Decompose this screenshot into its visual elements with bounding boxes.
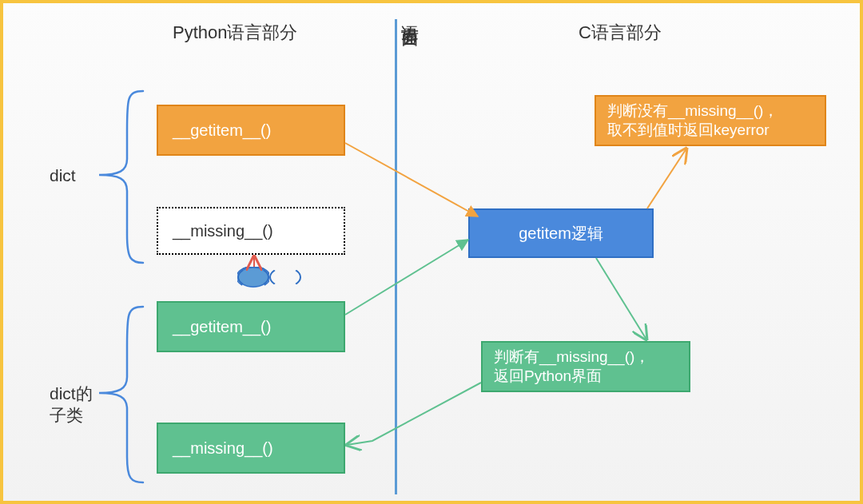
dict-label: dict xyxy=(50,165,76,186)
getitem-logic-box: getitem逻辑 xyxy=(468,208,654,258)
missing-dict-dotted-box: __missing__() xyxy=(157,207,345,255)
language-boundary-line xyxy=(395,19,397,494)
has-missing-result-line2: 返回Python界面 xyxy=(494,367,650,386)
arrow-logic-to-orange-result xyxy=(647,149,686,208)
no-missing-result-line1: 判断没有__missing__()， xyxy=(607,101,778,121)
has-missing-result-box: 判断有__missing__()， 返回Python界面 xyxy=(481,341,690,392)
svg-point-0 xyxy=(238,268,268,287)
no-missing-result-line2: 取不到值时返回keyerror xyxy=(607,121,778,140)
arrow-green-result-to-missing xyxy=(347,383,481,445)
arrows-overlay xyxy=(3,3,863,504)
arrow-green-to-logic xyxy=(345,240,468,315)
language-boundary-label: 语言界面 xyxy=(398,11,422,18)
dict-subclass-label: dict的 子类 xyxy=(50,383,93,427)
python-side-heading: Python语言部分 xyxy=(173,21,298,45)
missing-subclass-box: __missing__() xyxy=(157,423,345,474)
has-missing-result-line1: 判断有__missing__()， xyxy=(494,347,650,367)
getitem-dict-box: __getitem__() xyxy=(157,105,345,156)
arrow-orange-to-logic xyxy=(345,143,478,216)
braces-overlay xyxy=(3,3,863,504)
dict-subclass-label-line1: dict的 xyxy=(50,383,93,404)
c-side-heading: C语言部分 xyxy=(579,21,662,45)
not-found-marker xyxy=(237,267,269,288)
arrow-logic-to-green-result xyxy=(596,258,646,339)
getitem-subclass-box: __getitem__() xyxy=(157,301,345,352)
no-missing-result-box: 判断没有__missing__()， 取不到值时返回keyerror xyxy=(595,95,826,146)
dict-subclass-label-line2: 子类 xyxy=(50,404,93,426)
